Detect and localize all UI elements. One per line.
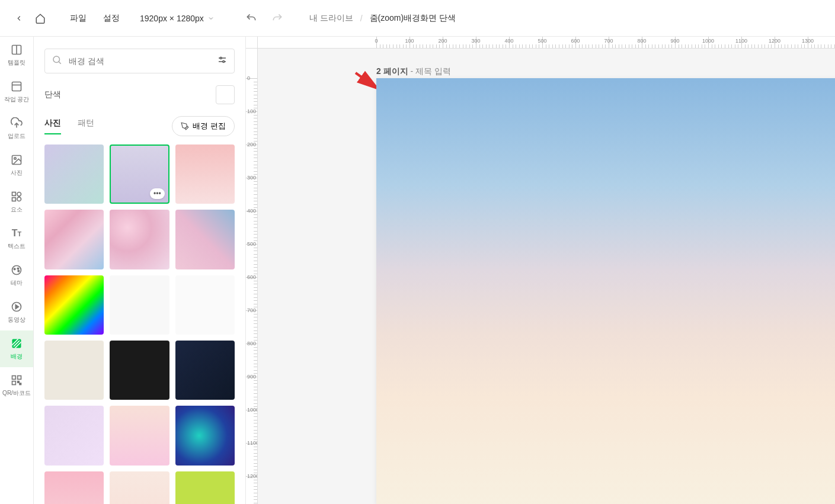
dimensions-selector[interactable]: 1920px × 1280px bbox=[140, 14, 215, 23]
thumb-menu-icon[interactable]: ••• bbox=[150, 188, 165, 199]
rail-label: 작업 공간 bbox=[4, 95, 30, 104]
bg-thumb[interactable] bbox=[175, 145, 235, 204]
rail-photo[interactable]: 사진 bbox=[0, 147, 33, 184]
breadcrumb-separator: / bbox=[360, 14, 363, 23]
page-title-placeholder: - 제목 입력 bbox=[408, 66, 451, 76]
rail-text[interactable]: TT 텍스트 bbox=[0, 220, 33, 257]
svg-rect-22 bbox=[12, 381, 16, 385]
theme-icon bbox=[10, 264, 23, 277]
search-input[interactable] bbox=[44, 49, 235, 73]
search-row bbox=[44, 49, 235, 73]
svg-point-9 bbox=[17, 197, 21, 201]
bg-thumb[interactable] bbox=[110, 210, 169, 269]
rail-video[interactable]: 동영상 bbox=[0, 294, 33, 330]
rail-label: QR/바코드 bbox=[2, 389, 31, 397]
tab-pattern[interactable]: 패턴 bbox=[78, 118, 94, 134]
bg-thumb[interactable] bbox=[44, 145, 104, 204]
rail-label: 테마 bbox=[11, 279, 23, 287]
solid-color-row: 단색 bbox=[44, 85, 235, 104]
ruler-horizontal: 0100200300400500600700800900100011001200… bbox=[258, 37, 835, 49]
top-menu: 파일 설정 bbox=[70, 13, 120, 24]
edit-bg-label: 배경 편집 bbox=[193, 121, 226, 131]
bg-thumb[interactable] bbox=[175, 275, 235, 335]
qrcode-icon bbox=[10, 374, 23, 387]
bg-thumb[interactable] bbox=[175, 471, 235, 504]
back-button[interactable] bbox=[9, 9, 28, 28]
bg-thumb[interactable] bbox=[110, 341, 169, 400]
rail-qrcode[interactable]: QR/바코드 bbox=[0, 367, 33, 404]
panel-tabs: 사진 패턴 bbox=[44, 118, 94, 134]
ruler-vertical: 0100200300400500600700800900100011001200 bbox=[246, 49, 258, 504]
tabs-row: 사진 패턴 배경 편집 bbox=[44, 116, 235, 136]
rail-background[interactable]: 배경 bbox=[0, 330, 33, 367]
svg-point-11 bbox=[14, 268, 15, 270]
element-icon bbox=[10, 190, 23, 203]
bg-thumb[interactable] bbox=[175, 210, 235, 269]
nav-buttons bbox=[9, 9, 50, 28]
breadcrumb-drive[interactable]: 내 드라이브 bbox=[309, 13, 353, 24]
bg-thumb[interactable] bbox=[44, 341, 104, 400]
filter-icon[interactable] bbox=[217, 54, 228, 68]
svg-point-12 bbox=[17, 268, 19, 269]
text-icon: TT bbox=[10, 227, 23, 240]
color-swatch[interactable] bbox=[216, 85, 235, 104]
svg-rect-2 bbox=[12, 82, 21, 91]
rail-template[interactable]: 템플릿 bbox=[0, 37, 33, 73]
svg-point-25 bbox=[53, 56, 60, 63]
bg-thumb[interactable] bbox=[110, 471, 169, 504]
svg-point-29 bbox=[220, 57, 222, 59]
video-icon bbox=[10, 300, 23, 313]
svg-point-13 bbox=[18, 270, 20, 272]
top-toolbar: 파일 설정 1920px × 1280px 내 드라이브 / 줌(zoom)배경… bbox=[0, 0, 835, 37]
svg-line-32 bbox=[356, 73, 376, 88]
rail-label: 사진 bbox=[11, 169, 23, 177]
photo-icon bbox=[10, 153, 23, 166]
rail-element[interactable]: 요소 bbox=[0, 184, 33, 220]
rail-label: 템플릿 bbox=[8, 59, 25, 67]
svg-marker-15 bbox=[15, 305, 18, 309]
bg-thumb[interactable] bbox=[44, 471, 104, 504]
bg-thumb[interactable] bbox=[110, 275, 169, 335]
bg-thumb[interactable] bbox=[44, 406, 104, 465]
svg-point-5 bbox=[14, 158, 16, 159]
undo-button[interactable] bbox=[244, 11, 258, 25]
page-number: 2 페이지 bbox=[376, 66, 408, 76]
search-icon bbox=[52, 54, 62, 68]
bg-thumb[interactable] bbox=[175, 341, 235, 400]
rail-upload[interactable]: 업로드 bbox=[0, 110, 33, 147]
redo-button[interactable] bbox=[270, 11, 284, 25]
bg-thumb[interactable] bbox=[110, 406, 169, 465]
upload-icon bbox=[10, 117, 23, 130]
svg-rect-20 bbox=[12, 376, 16, 380]
tab-photo[interactable]: 사진 bbox=[44, 118, 61, 134]
breadcrumb: 내 드라이브 / 줌(zoom)배경화면 단색 bbox=[309, 13, 456, 24]
bg-thumb[interactable] bbox=[44, 275, 104, 335]
background-icon bbox=[10, 337, 23, 350]
side-panel: 단색 사진 패턴 배경 편집 ••• bbox=[34, 37, 246, 504]
rail-theme[interactable]: 테마 bbox=[0, 257, 33, 294]
page-label[interactable]: 2 페이지 - 제목 입력 bbox=[376, 66, 451, 77]
breadcrumb-current: 줌(zoom)배경화면 단색 bbox=[370, 13, 456, 24]
edit-background-button[interactable]: 배경 편집 bbox=[172, 116, 235, 136]
page-canvas[interactable] bbox=[376, 78, 835, 504]
solid-color-label: 단색 bbox=[44, 89, 61, 100]
bg-thumb[interactable] bbox=[44, 210, 104, 269]
ruler-corner bbox=[246, 37, 258, 49]
rail-label: 텍스트 bbox=[8, 242, 25, 251]
bg-thumb[interactable] bbox=[175, 406, 235, 465]
svg-rect-8 bbox=[12, 198, 16, 201]
svg-point-7 bbox=[17, 192, 21, 197]
page-area: 2 페이지 - 제목 입력 bbox=[258, 49, 835, 504]
home-button[interactable] bbox=[31, 9, 50, 28]
svg-point-30 bbox=[223, 61, 225, 63]
menu-settings[interactable]: 설정 bbox=[103, 13, 120, 24]
background-grid: ••• bbox=[44, 145, 235, 504]
svg-rect-21 bbox=[18, 376, 21, 380]
rail-workspace[interactable]: 작업 공간 bbox=[0, 73, 33, 110]
rail-label: 배경 bbox=[11, 352, 23, 361]
svg-rect-24 bbox=[20, 383, 21, 385]
menu-file[interactable]: 파일 bbox=[70, 13, 87, 24]
workspace-icon bbox=[10, 80, 23, 93]
rail-label: 동영상 bbox=[8, 316, 25, 324]
bg-thumb[interactable]: ••• bbox=[110, 145, 169, 204]
